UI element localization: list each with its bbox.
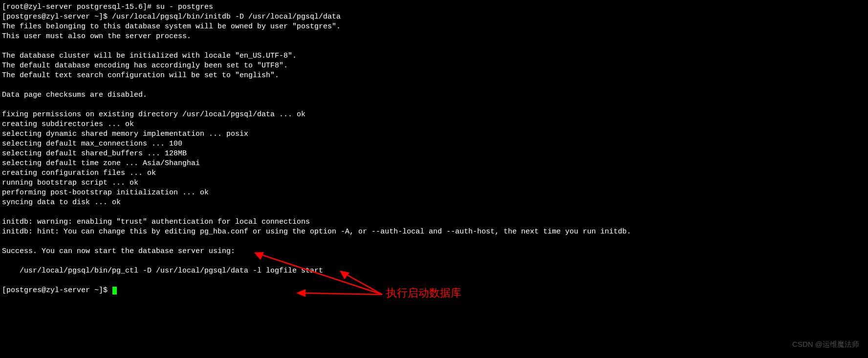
terminal-line: selecting default shared_buffers ... 128… xyxy=(2,149,866,159)
terminal-line: /usr/local/pgsql/bin/pg_ctl -D /usr/loca… xyxy=(2,266,866,276)
terminal-line: The database cluster will be initialized… xyxy=(2,51,866,61)
terminal-line xyxy=(2,208,866,217)
terminal-line: fixing permissions on existing directory… xyxy=(2,110,866,120)
terminal-line: initdb: warning: enabling "trust" authen… xyxy=(2,217,866,227)
terminal-line: [root@zyl-server postgresql-15.6]# su - … xyxy=(2,2,866,12)
terminal-line xyxy=(2,256,866,266)
terminal-line xyxy=(2,42,866,51)
terminal-line: performing post-bootstrap initialization… xyxy=(2,188,866,198)
terminal-line: running bootstrap script ... ok xyxy=(2,178,866,188)
terminal-line: The files belonging to this database sys… xyxy=(2,22,866,32)
annotation-label: 执行启动数据库 xyxy=(386,288,461,298)
terminal-line: This user must also own the server proce… xyxy=(2,32,866,42)
terminal-line: creating subdirectories ... ok xyxy=(2,120,866,129)
terminal-line: Data page checksums are disabled. xyxy=(2,90,866,100)
terminal-line xyxy=(2,276,866,286)
terminal-cursor xyxy=(112,287,117,295)
terminal-line: selecting dynamic shared memory implemen… xyxy=(2,129,866,139)
terminal-line: The default database encoding has accord… xyxy=(2,61,866,71)
terminal-line xyxy=(2,81,866,90)
terminal-line xyxy=(2,237,866,247)
terminal-line: Success. You can now start the database … xyxy=(2,247,866,256)
terminal-line: initdb: hint: You can change this by edi… xyxy=(2,227,866,237)
terminal-line: selecting default time zone ... Asia/Sha… xyxy=(2,159,866,168)
terminal-line: selecting default max_connections ... 10… xyxy=(2,139,866,149)
terminal-line xyxy=(2,100,866,110)
terminal-line: creating configuration files ... ok xyxy=(2,168,866,178)
terminal-output[interactable]: [root@zyl-server postgresql-15.6]# su - … xyxy=(2,2,866,295)
terminal-line: The default text search configuration wi… xyxy=(2,71,866,81)
terminal-line: syncing data to disk ... ok xyxy=(2,198,866,208)
terminal-prompt-text: [postgres@zyl-server ~]$ xyxy=(2,286,112,295)
terminal-line: [postgres@zyl-server ~]$ /usr/local/pgsq… xyxy=(2,12,866,22)
watermark: CSDN @运维魔法师 xyxy=(792,339,859,349)
